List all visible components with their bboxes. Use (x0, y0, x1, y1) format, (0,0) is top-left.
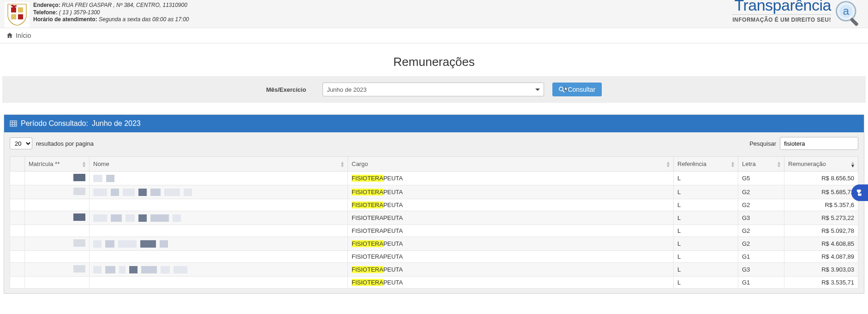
svg-rect-10 (10, 121, 17, 126)
mouse-cursor-icon (563, 86, 571, 96)
org-lines: Endereço: RUA FREI GASPAR , Nº 384, CENT… (33, 2, 189, 24)
cell-referencia: L (674, 263, 738, 277)
navbar: Início (0, 28, 868, 43)
results-panel: Período Consultado: Junho de 2023 20 res… (4, 114, 864, 294)
home-icon (6, 32, 13, 39)
cell-cargo: FISIOTERAPEUTA (348, 277, 674, 289)
phone-label: Telefone: (33, 9, 57, 16)
cell-cargo: FISIOTERAPEUTA (348, 211, 674, 225)
municipal-coat-of-arms-icon (5, 2, 30, 28)
cell-matricula (25, 185, 90, 199)
row-expand-cell[interactable] (10, 172, 25, 185)
address-value: RUA FREI GASPAR , Nº 384, CENTRO, 113109… (62, 2, 187, 8)
consult-button-label: Consultar (568, 86, 595, 93)
cell-letra: G1 (738, 251, 784, 263)
nav-home-label: Início (16, 32, 31, 39)
cell-matricula (25, 225, 90, 237)
cell-matricula (25, 263, 90, 277)
cell-remuneracao: R$ 5.685,72 (784, 185, 858, 199)
svg-text:a: a (843, 5, 849, 17)
table-row[interactable]: FISIOTERAPEUTALG2R$ 5.357,6 (10, 199, 858, 211)
cell-referencia: L (674, 211, 738, 225)
cell-nome (90, 263, 348, 277)
cell-matricula (25, 211, 90, 225)
svg-rect-0 (11, 7, 16, 12)
cell-referencia: L (674, 225, 738, 237)
table-toolbar: 20 resultados por pagina Pesquisar (10, 137, 858, 150)
accessibility-icon (855, 188, 864, 197)
svg-rect-3 (18, 14, 23, 19)
col-remuneracao[interactable]: Remuneração▲▼ (784, 157, 858, 172)
col-matricula[interactable]: Matrícula **▲▼ (25, 157, 90, 172)
cell-letra: G1 (738, 277, 784, 289)
period-select[interactable]: Junho de 2023 (323, 83, 544, 96)
row-expand-cell[interactable] (10, 263, 25, 277)
cell-referencia: L (674, 172, 738, 185)
sort-icon: ▲▼ (340, 161, 345, 167)
filter-label: Mês/Exercício (266, 86, 306, 93)
cell-letra: G5 (738, 172, 784, 185)
table-row[interactable]: FISIOTERAPEUTALG1R$ 3.535,71 (10, 277, 858, 289)
cell-nome (90, 225, 348, 237)
panel-title-value: Junho de 2023 (92, 119, 141, 128)
search-input[interactable] (780, 137, 858, 150)
brand-subtitle: INFORMAÇÃO É UM DIREITO SEU! (732, 14, 831, 23)
cell-remuneracao: R$ 5.092,78 (784, 225, 858, 237)
cell-remuneracao: R$ 8.656,50 (784, 172, 858, 185)
org-info: Endereço: RUA FREI GASPAR , Nº 384, CENT… (5, 2, 189, 28)
cell-letra: G2 (738, 185, 784, 199)
sort-icon: ▲▼ (82, 161, 86, 167)
cell-letra: G3 (738, 263, 784, 277)
cell-remuneracao: R$ 4.087,89 (784, 251, 858, 263)
panel-header: Período Consultado: Junho de 2023 (4, 115, 864, 132)
page-title: Remunerações (0, 43, 868, 76)
results-table: Matrícula **▲▼ Nome▲▼ Cargo▲▼ Referência… (10, 156, 858, 289)
cell-matricula (25, 199, 90, 211)
table-row[interactable]: FISIOTERAPEUTALG2R$ 5.685,72 (10, 185, 858, 199)
cell-nome (90, 251, 348, 263)
cell-remuneracao: R$ 5.273,22 (784, 211, 858, 225)
row-expand-cell[interactable] (10, 225, 25, 237)
col-referencia[interactable]: Referência▲▼ (674, 157, 738, 172)
cell-cargo: FISIOTERAPEUTA (348, 185, 674, 199)
table-header-row: Matrícula **▲▼ Nome▲▼ Cargo▲▼ Referência… (10, 157, 858, 172)
table-row[interactable]: FISIOTERAPEUTALG3R$ 5.273,22 (10, 211, 858, 225)
nav-home-link[interactable]: Início (6, 32, 31, 39)
row-expand-cell[interactable] (10, 277, 25, 289)
row-expand-cell[interactable] (10, 251, 25, 263)
cell-cargo: FISIOTERAPEUTA (348, 199, 674, 211)
table-row[interactable]: FISIOTERAPEUTALG2R$ 4.608,85 (10, 237, 858, 251)
table-row[interactable]: FISIOTERAPEUTALG1R$ 4.087,89 (10, 251, 858, 263)
row-expand-cell[interactable] (10, 211, 25, 225)
brand: Transparência INFORMAÇÃO É UM DIREITO SE… (732, 2, 863, 23)
table-row[interactable]: FISIOTERAPEUTALG2R$ 5.092,78 (10, 225, 858, 237)
row-expand-cell[interactable] (10, 237, 25, 251)
page-size-label: resultados por pagina (36, 140, 94, 147)
period-select-value: Junho de 2023 (327, 86, 366, 93)
cell-cargo: FISIOTERAPEUTA (348, 251, 674, 263)
cell-remuneracao: R$ 3.903,03 (784, 263, 858, 277)
cell-remuneracao: R$ 3.535,71 (784, 277, 858, 289)
cell-referencia: L (674, 237, 738, 251)
cell-matricula (25, 251, 90, 263)
cell-matricula (25, 237, 90, 251)
col-nome[interactable]: Nome▲▼ (90, 157, 348, 172)
cell-cargo: FISIOTERAPEUTA (348, 172, 674, 185)
cell-cargo: FISIOTERAPEUTA (348, 263, 674, 277)
brand-title: Transparência (732, 0, 831, 14)
table-row[interactable]: FISIOTERAPEUTALG3R$ 3.903,03 (10, 263, 858, 277)
cell-cargo: FISIOTERAPEUTA (348, 237, 674, 251)
col-cargo[interactable]: Cargo▲▼ (348, 157, 674, 172)
row-expand-cell[interactable] (10, 199, 25, 211)
accessibility-badge[interactable] (851, 184, 868, 201)
chevron-down-icon (535, 89, 540, 91)
cell-referencia: L (674, 185, 738, 199)
svg-rect-1 (18, 7, 23, 12)
consult-button[interactable]: Consultar (552, 83, 602, 96)
page-size-select[interactable]: 20 (10, 137, 32, 149)
phone-value: ( 13 ) 3579-1300 (59, 9, 100, 16)
cell-letra: G3 (738, 211, 784, 225)
row-expand-cell[interactable] (10, 185, 25, 199)
table-row[interactable]: FISIOTERAPEUTALG5R$ 8.656,50 (10, 172, 858, 185)
col-letra[interactable]: Letra▲▼ (738, 157, 784, 172)
